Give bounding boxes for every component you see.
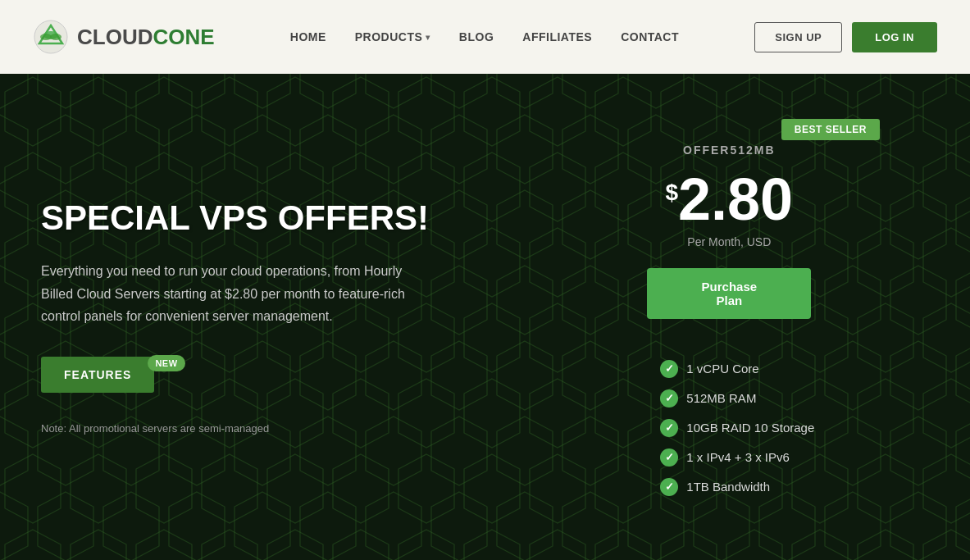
login-button[interactable]: LOG IN (852, 22, 937, 52)
feature-text: 1 vCPU Core (686, 362, 758, 376)
offer-label: OFFER512MB (647, 143, 811, 157)
hero-right: BEST SELLER OFFER512MB $ 2.80 Per Month,… (530, 127, 929, 508)
feature-item: 10GB RAID 10 Storage (660, 419, 814, 437)
price-amount: 2.80 (678, 170, 793, 229)
svg-point-4 (50, 34, 61, 40)
feature-item: 1 x IPv4 + 3 x IPv6 (660, 448, 814, 467)
new-badge: NEW (148, 355, 184, 371)
nav-home[interactable]: HOME (290, 30, 326, 43)
feature-item: 1 vCPU Core (660, 360, 814, 378)
price-display: $ 2.80 (647, 170, 811, 229)
header: CLOUDCONE HOME PRODUCTS ▾ BLOG AFFILIATE… (0, 0, 970, 74)
price-period: Per Month, USD (647, 235, 811, 248)
feature-item: 1TB Bandwidth (660, 478, 814, 496)
check-icon (660, 389, 678, 407)
signup-button[interactable]: SIGN UP (754, 22, 842, 52)
hero-note: Note: All promotional servers are semi-m… (41, 422, 530, 435)
hero-description: Everything you need to run your cloud op… (41, 260, 418, 327)
products-chevron-icon: ▾ (426, 33, 430, 42)
hero-title: SPECIAL VPS OFFERS! (41, 199, 530, 237)
purchase-button[interactable]: Purchase Plan (647, 268, 811, 319)
check-icon (660, 419, 678, 437)
feature-text: 1 x IPv4 + 3 x IPv6 (686, 450, 789, 464)
features-area: FEATURES NEW (41, 357, 530, 393)
hero-section: SPECIAL VPS OFFERS! Everything you need … (0, 74, 970, 560)
check-icon (660, 360, 678, 378)
check-icon (660, 478, 678, 496)
pricing-card: OFFER512MB $ 2.80 Per Month, USD Purchas… (631, 127, 827, 360)
best-seller-badge: BEST SELLER (781, 119, 880, 140)
features-list: 1 vCPU Core512MB RAM10GB RAID 10 Storage… (660, 360, 814, 508)
svg-point-3 (40, 34, 52, 40)
logo-text: CLOUDCONE (77, 25, 215, 50)
hero-left: SPECIAL VPS OFFERS! Everything you need … (41, 199, 530, 435)
feature-item: 512MB RAM (660, 389, 814, 407)
nav-affiliates[interactable]: AFFILIATES (522, 30, 592, 43)
logo[interactable]: CLOUDCONE (33, 19, 215, 55)
nav-products[interactable]: PRODUCTS ▾ (355, 30, 430, 43)
features-button[interactable]: FEATURES (41, 357, 154, 393)
feature-text: 512MB RAM (686, 391, 756, 405)
feature-text: 10GB RAID 10 Storage (686, 421, 814, 435)
main-nav: HOME PRODUCTS ▾ BLOG AFFILIATES CONTACT (290, 30, 679, 43)
check-icon (660, 448, 678, 467)
hero-content: SPECIAL VPS OFFERS! Everything you need … (0, 127, 970, 508)
header-buttons: SIGN UP LOG IN (754, 22, 937, 52)
nav-contact[interactable]: CONTACT (621, 30, 679, 43)
nav-blog[interactable]: BLOG (459, 30, 494, 43)
feature-text: 1TB Bandwidth (686, 480, 770, 494)
logo-icon (33, 19, 69, 55)
price-dollar: $ (665, 180, 678, 206)
